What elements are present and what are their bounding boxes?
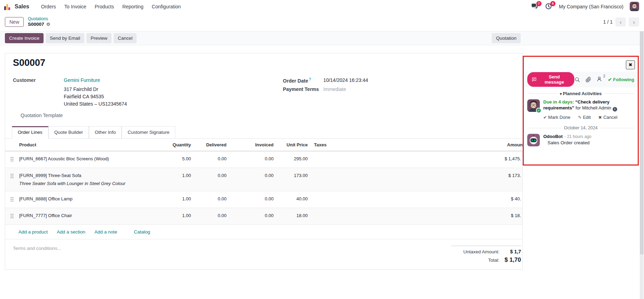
- address-line: United States – US12345674: [64, 100, 283, 108]
- planned-activities-toggle[interactable]: ▾Planned Activities: [560, 91, 601, 96]
- unit-price-cell[interactable]: 40.00: [274, 191, 308, 208]
- tab-order-lines[interactable]: Order Lines: [12, 126, 48, 139]
- delivered-cell[interactable]: 0.00: [192, 151, 227, 168]
- menu-products[interactable]: Products: [91, 2, 117, 12]
- create-invoice-button[interactable]: Create Invoice: [5, 33, 44, 43]
- drag-handle-icon[interactable]: [5, 151, 18, 168]
- chatter-panel: ✖ Send message 2 ✔ Following ▾: [523, 56, 639, 166]
- add-a-section-link[interactable]: Add a section: [57, 229, 85, 235]
- send-message-button[interactable]: Send message: [527, 72, 574, 87]
- following-button[interactable]: ✔ Following: [608, 77, 634, 82]
- messages-icon[interactable]: 7: [531, 3, 539, 10]
- col-quantity[interactable]: Quantity: [145, 139, 192, 151]
- close-chatter-button[interactable]: ✖: [626, 60, 635, 69]
- paperclip-icon[interactable]: [585, 77, 591, 83]
- quotation-template-label: Quotation Template: [21, 113, 283, 118]
- activities-badge: 5: [550, 1, 555, 6]
- vertical-scrollbar[interactable]: [640, 31, 644, 299]
- table-row[interactable]: [FURN_6667] Acoustic Bloc Screens (Wood)…: [5, 151, 523, 168]
- table-row[interactable]: [FURN_8999] Three-Seat SofaThree Seater …: [5, 168, 523, 191]
- quantity-cell[interactable]: 5.00: [145, 151, 192, 168]
- taxes-cell[interactable]: [308, 168, 423, 191]
- delivered-cell[interactable]: 0.00: [192, 168, 227, 191]
- tab-customer-signature[interactable]: Customer Signature: [122, 126, 175, 139]
- sales-app-icon[interactable]: [4, 3, 11, 10]
- order-date-field[interactable]: 10/14/2024 16:23:44: [323, 77, 368, 84]
- unit-price-cell[interactable]: 18.00: [274, 208, 308, 225]
- drag-handle-icon[interactable]: [5, 208, 18, 225]
- drag-handle-icon[interactable]: [5, 191, 18, 208]
- taxes-cell[interactable]: [308, 151, 423, 168]
- taxes-cell[interactable]: [308, 208, 423, 225]
- control-panel: New Quotations S00007 ⚙ 1 / 1 ‹ ›: [0, 13, 644, 31]
- table-row[interactable]: [FURN_8888] Office Lamp 1.00 0.00 0.00 4…: [5, 191, 523, 208]
- col-product[interactable]: Product: [18, 139, 145, 151]
- stage-quotation-button[interactable]: Quotation: [492, 33, 521, 43]
- address-line: 317 Fairchild Dr: [64, 86, 283, 93]
- invoiced-cell[interactable]: 0.00: [227, 151, 274, 168]
- preview-button[interactable]: Preview: [86, 33, 112, 43]
- unit-price-cell[interactable]: 173.00: [274, 168, 308, 191]
- mark-done-button[interactable]: ✔Mark Done: [543, 115, 570, 120]
- company-switcher[interactable]: My Company (San Francisco): [559, 4, 623, 9]
- add-a-note-link[interactable]: Add a note: [94, 229, 117, 235]
- delivered-cell[interactable]: 0.00: [192, 208, 227, 225]
- customer-link[interactable]: Gemini Furniture: [64, 77, 100, 83]
- pager-previous-button[interactable]: ‹: [615, 17, 626, 26]
- send-by-email-button[interactable]: Send by Email: [46, 33, 84, 43]
- invoiced-cell[interactable]: 0.00: [227, 168, 274, 191]
- product-description: Three Seater Sofa with Lounger in Steel …: [19, 181, 144, 186]
- quantity-cell[interactable]: 1.00: [145, 191, 192, 208]
- quantity-cell[interactable]: 1.00: [145, 168, 192, 191]
- unit-price-cell[interactable]: 295.00: [274, 151, 308, 168]
- scrollbar-thumb[interactable]: [640, 31, 644, 254]
- breadcrumb-quotations-link[interactable]: Quotations: [28, 16, 50, 22]
- col-delivered[interactable]: Delivered: [192, 139, 227, 151]
- chatter-toolbar: Send message 2 ✔ Following: [524, 71, 638, 87]
- cancel-button[interactable]: Cancel: [114, 33, 137, 43]
- quantity-cell[interactable]: 1.00: [145, 208, 192, 225]
- delivered-cell[interactable]: 0.00: [192, 191, 227, 208]
- taxes-cell[interactable]: [308, 191, 423, 208]
- edit-activity-button[interactable]: ✎Edit: [578, 115, 591, 120]
- col-taxes[interactable]: Taxes: [308, 139, 423, 151]
- menu-reporting[interactable]: Reporting: [119, 2, 147, 12]
- menu-orders[interactable]: Orders: [38, 2, 60, 12]
- x-icon: ✖: [598, 115, 602, 120]
- info-icon[interactable]: i: [613, 107, 617, 112]
- payment-terms-field[interactable]: Immediate: [323, 86, 346, 92]
- col-amount[interactable]: Amount: [423, 139, 523, 151]
- search-icon[interactable]: [574, 77, 580, 83]
- followers-count: 2: [603, 74, 605, 78]
- product-cell: [FURN_8888] Office Lamp: [19, 196, 72, 201]
- col-unit-price[interactable]: Unit Price: [274, 139, 308, 151]
- drag-handle-icon[interactable]: [5, 168, 18, 191]
- col-invoiced[interactable]: Invoiced: [227, 139, 274, 151]
- table-row[interactable]: [FURN_7777] Office Chair 1.00 0.00 0.00 …: [5, 208, 523, 225]
- followers-icon[interactable]: 2: [597, 76, 603, 83]
- user-avatar[interactable]: [630, 2, 639, 11]
- menu-to-invoice[interactable]: To Invoice: [61, 2, 90, 12]
- tab-other-info[interactable]: Other Info: [89, 126, 122, 139]
- tab-quote-builder[interactable]: Quote Builder: [48, 126, 89, 139]
- add-a-product-link[interactable]: Add a product: [18, 229, 48, 235]
- activity-avatar: ✔: [527, 99, 540, 112]
- new-button[interactable]: New: [5, 17, 24, 27]
- invoiced-cell[interactable]: 0.00: [227, 191, 274, 208]
- actions-gear-icon[interactable]: ⚙: [46, 22, 51, 27]
- invoiced-cell[interactable]: 0.00: [227, 208, 274, 225]
- help-question-icon[interactable]: ?: [309, 77, 311, 81]
- pager-next-button[interactable]: ›: [629, 17, 639, 26]
- product-cell: [FURN_8999] Three-Seat Sofa: [19, 173, 81, 178]
- cancel-activity-button[interactable]: ✖Cancel: [598, 115, 618, 120]
- activities-clock-icon[interactable]: 5: [545, 3, 553, 10]
- order-info: Customer Gemini Furniture 317 Fairchild …: [5, 77, 522, 118]
- terms-and-conditions-input[interactable]: Terms and conditions...: [13, 246, 61, 266]
- untaxed-amount-value: $ 1,7: [504, 249, 521, 254]
- customer-address: 317 Fairchild Dr Fairfield CA 94535 Unit…: [64, 86, 283, 108]
- menu-configuration[interactable]: Configuration: [148, 2, 184, 12]
- app-name[interactable]: Sales: [15, 3, 29, 10]
- activity-assignee: for Mitchell Admin: [576, 105, 612, 110]
- catalog-link[interactable]: Catalog: [134, 229, 150, 235]
- table-footer-links: Add a product Add a section Add a note C…: [5, 225, 522, 239]
